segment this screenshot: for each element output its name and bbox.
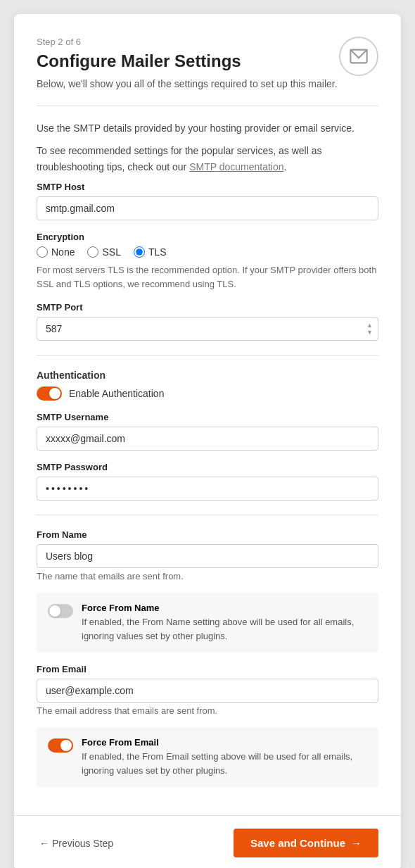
page-desc: Below, we'll show you all of the setting… bbox=[37, 77, 338, 92]
force-from-email-row: Force From Email If enabled, the From Em… bbox=[48, 737, 367, 777]
encryption-ssl-radio[interactable] bbox=[87, 246, 98, 258]
prev-step-button[interactable]: ← Previous Step bbox=[37, 832, 116, 855]
header-row: Step 2 of 6 Configure Mailer Settings Be… bbox=[37, 37, 378, 92]
footer-bar: ← Previous Step Save and Continue → bbox=[14, 815, 401, 868]
auth-toggle-row[interactable]: Enable Authentication bbox=[37, 386, 378, 401]
smtp-host-group: SMTP Host bbox=[37, 182, 378, 220]
smtp-password-group: SMTP Password bbox=[37, 462, 378, 501]
smtp-info-2-suffix: . bbox=[284, 161, 287, 172]
smtp-doc-link[interactable]: SMTP documentation bbox=[189, 161, 283, 172]
smtp-password-input[interactable] bbox=[37, 477, 378, 501]
force-from-name-slider bbox=[48, 604, 73, 618]
from-email-group: From Email The email address that emails… bbox=[37, 664, 378, 716]
force-from-name-content: Force From Name If enabled, the From Nam… bbox=[82, 603, 367, 643]
encryption-group: Encryption None SSL TLS For most servers… bbox=[37, 232, 378, 291]
port-up-icon[interactable]: ▲ bbox=[366, 322, 373, 329]
save-continue-label: Save and Continue bbox=[250, 837, 345, 849]
card-body: Step 2 of 6 Configure Mailer Settings Be… bbox=[14, 14, 401, 815]
from-name-label: From Name bbox=[37, 529, 378, 540]
force-from-email-box: Force From Email If enabled, the From Em… bbox=[37, 727, 378, 787]
encryption-none-radio[interactable] bbox=[37, 246, 48, 258]
from-email-label: From Email bbox=[37, 664, 378, 674]
smtp-username-label: SMTP Username bbox=[37, 412, 378, 422]
force-from-name-desc: If enabled, the From Name setting above … bbox=[82, 616, 354, 641]
encryption-tls-label: TLS bbox=[148, 246, 167, 258]
smtp-info-2: To see recommended settings for the popu… bbox=[37, 143, 378, 175]
from-email-input[interactable] bbox=[37, 679, 378, 703]
encryption-ssl-label: SSL bbox=[102, 246, 120, 258]
divider-1 bbox=[37, 106, 378, 106]
from-name-input[interactable] bbox=[37, 544, 378, 568]
force-from-name-toggle[interactable] bbox=[48, 604, 73, 618]
smtp-password-label: SMTP Password bbox=[37, 462, 378, 472]
divider-2 bbox=[37, 355, 378, 356]
auth-group: Authentication Enable Authentication bbox=[37, 370, 378, 401]
smtp-port-label: SMTP Port bbox=[37, 302, 378, 313]
mail-icon bbox=[349, 46, 369, 66]
from-email-hint: The email address that emails are sent f… bbox=[37, 705, 378, 716]
smtp-host-input[interactable] bbox=[37, 196, 378, 220]
arrow-left-icon: ← bbox=[39, 838, 49, 849]
smtp-username-input[interactable] bbox=[37, 427, 378, 451]
force-from-email-desc: If enabled, the From Email setting above… bbox=[82, 750, 352, 776]
smtp-info-1: Use the SMTP details provided by your ho… bbox=[37, 120, 378, 136]
auth-toggle-label: Enable Authentication bbox=[69, 388, 164, 399]
encryption-radio-group: None SSL TLS bbox=[37, 246, 378, 258]
smtp-port-group: SMTP Port ▲ ▼ bbox=[37, 302, 378, 341]
smtp-port-input[interactable] bbox=[37, 317, 378, 341]
encryption-tls-radio[interactable] bbox=[134, 246, 145, 258]
auth-toggle-slider bbox=[37, 386, 62, 401]
force-from-name-box: Force From Name If enabled, the From Nam… bbox=[37, 593, 378, 653]
force-from-name-row: Force From Name If enabled, the From Nam… bbox=[48, 603, 367, 643]
port-input-wrap: ▲ ▼ bbox=[37, 317, 378, 341]
header-left: Step 2 of 6 Configure Mailer Settings Be… bbox=[37, 37, 338, 92]
encryption-tls-option[interactable]: TLS bbox=[134, 246, 167, 258]
smtp-username-group: SMTP Username bbox=[37, 412, 378, 451]
encryption-ssl-option[interactable]: SSL bbox=[87, 246, 120, 258]
port-down-icon[interactable]: ▼ bbox=[366, 329, 373, 336]
from-name-group: From Name The name that emails are sent … bbox=[37, 529, 378, 581]
step-label: Step 2 of 6 bbox=[37, 37, 338, 47]
save-continue-button[interactable]: Save and Continue → bbox=[234, 829, 378, 857]
encryption-none-label: None bbox=[51, 246, 75, 258]
prev-step-label: Previous Step bbox=[52, 838, 113, 849]
arrow-right-icon: → bbox=[351, 837, 362, 849]
port-spinners: ▲ ▼ bbox=[366, 322, 373, 336]
mail-icon-circle bbox=[339, 37, 378, 76]
force-from-email-label: Force From Email bbox=[82, 737, 367, 748]
encryption-hint: For most servers TLS is the recommended … bbox=[37, 263, 378, 291]
encryption-none-option[interactable]: None bbox=[37, 246, 75, 258]
force-from-email-slider bbox=[48, 738, 73, 753]
auth-toggle-switch[interactable] bbox=[37, 386, 62, 401]
main-card: Step 2 of 6 Configure Mailer Settings Be… bbox=[14, 14, 401, 868]
smtp-host-label: SMTP Host bbox=[37, 182, 378, 192]
force-from-email-toggle[interactable] bbox=[48, 738, 73, 753]
from-name-hint: The name that emails are sent from. bbox=[37, 571, 378, 581]
force-from-email-content: Force From Email If enabled, the From Em… bbox=[82, 737, 367, 777]
force-from-name-label: Force From Name bbox=[82, 603, 367, 613]
divider-3 bbox=[37, 515, 378, 515]
auth-label: Authentication bbox=[37, 370, 378, 381]
page-title: Configure Mailer Settings bbox=[37, 51, 338, 71]
encryption-label: Encryption bbox=[37, 232, 378, 242]
